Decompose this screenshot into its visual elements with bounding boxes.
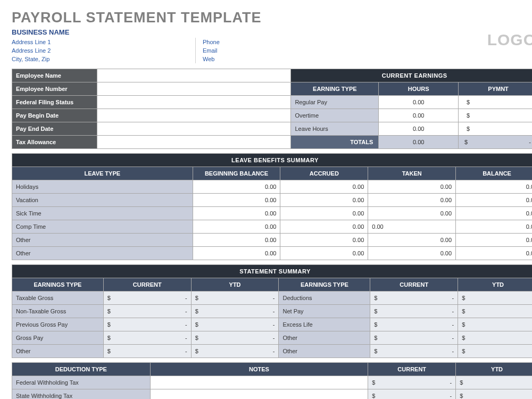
other-r1: Other bbox=[279, 331, 370, 345]
cell[interactable]: $- bbox=[458, 305, 532, 318]
cell[interactable]: 0.0 bbox=[456, 194, 532, 207]
cell[interactable]: 0.00 bbox=[280, 247, 368, 260]
dash: - bbox=[185, 335, 187, 341]
address-line-2: Address Line 2 bbox=[12, 46, 195, 55]
cell[interactable]: 0.00 bbox=[193, 220, 280, 234]
web-label: Web bbox=[203, 55, 220, 63]
cell[interactable]: 0.00 bbox=[193, 180, 280, 194]
filing-status-input[interactable] bbox=[97, 96, 291, 109]
cell[interactable]: 0.0 bbox=[456, 247, 532, 260]
cell[interactable]: 0.00 bbox=[193, 207, 280, 220]
cell[interactable]: $- bbox=[191, 305, 279, 318]
cell[interactable]: 0.00 bbox=[368, 234, 456, 247]
cell[interactable]: 0.0 bbox=[456, 234, 532, 247]
cell[interactable]: 0.0 bbox=[456, 180, 532, 194]
taxable-gross: Taxable Gross bbox=[12, 292, 104, 305]
cell[interactable]: $- bbox=[370, 345, 458, 358]
cell[interactable]: $- bbox=[458, 292, 532, 305]
cell[interactable]: 0.0 bbox=[456, 220, 532, 234]
cell[interactable]: $- bbox=[103, 345, 191, 358]
cell[interactable]: $- bbox=[370, 305, 458, 318]
cell[interactable]: $- bbox=[370, 331, 458, 345]
employee-earnings-table: Employee Name CURRENT EARNINGS Employee … bbox=[12, 69, 532, 149]
cell[interactable]: $- bbox=[370, 292, 458, 305]
dollar-sign: $ bbox=[107, 308, 111, 314]
cell[interactable]: 0.00 bbox=[193, 234, 280, 247]
earning-type-header: EARNING TYPE bbox=[291, 82, 379, 96]
accrued-header: ACCRUED bbox=[280, 167, 368, 180]
cell[interactable]: $- bbox=[103, 318, 191, 331]
table-row: Taxable Gross $- $- Deductions $- $- bbox=[12, 292, 533, 305]
dollar-sign: $ bbox=[460, 393, 463, 399]
cell[interactable]: $- bbox=[456, 389, 532, 400]
cell[interactable]: $- bbox=[191, 292, 279, 305]
cell[interactable]: $- bbox=[458, 345, 532, 358]
notes-cell[interactable] bbox=[150, 389, 368, 400]
leave-hours-val[interactable]: 0.00 bbox=[379, 122, 459, 136]
cell[interactable]: $- bbox=[368, 389, 456, 400]
notes-cell[interactable] bbox=[150, 376, 368, 389]
dollar-sign: $ bbox=[107, 335, 111, 341]
table-row: Other $- $- Other $- $- bbox=[12, 345, 533, 358]
cell[interactable]: 0.00 bbox=[280, 194, 368, 207]
dollar-sign: $ bbox=[374, 335, 377, 341]
table-row: Holidays 0.00 0.00 0.00 0.0 bbox=[12, 180, 533, 194]
dollar-sign: $ bbox=[460, 379, 463, 386]
cell[interactable]: $- bbox=[191, 331, 279, 345]
emp-number-label: Employee Number bbox=[12, 82, 97, 96]
dollar-sign: $ bbox=[372, 393, 375, 399]
cell[interactable]: 0.00 bbox=[193, 194, 280, 207]
cell[interactable]: 0.00 bbox=[368, 207, 456, 220]
ytd-header-l: YTD bbox=[191, 278, 279, 292]
dollar-sign: $ bbox=[374, 321, 377, 328]
balance-header: BALANCE bbox=[456, 167, 532, 180]
dollar-sign: $ bbox=[195, 321, 198, 328]
regular-pay-label: Regular Pay bbox=[291, 96, 379, 109]
cell[interactable]: 0.00 bbox=[280, 207, 368, 220]
cell[interactable]: $- bbox=[456, 376, 532, 389]
cell[interactable]: 0.00 bbox=[368, 247, 456, 260]
earnings-type-header-l: EARNINGS TYPE bbox=[12, 278, 104, 292]
cell[interactable]: 0.00 bbox=[368, 180, 456, 194]
cell[interactable]: 0.00 bbox=[280, 220, 368, 234]
cell[interactable]: $- bbox=[191, 345, 279, 358]
regular-pay-amount[interactable]: $- bbox=[459, 96, 532, 109]
cell[interactable]: $- bbox=[458, 318, 532, 331]
other-l: Other bbox=[12, 345, 104, 358]
cell[interactable]: 0.00 bbox=[193, 247, 280, 260]
taken-header: TAKEN bbox=[368, 167, 456, 180]
overtime-amount[interactable]: $- bbox=[459, 109, 532, 122]
cell[interactable]: $- bbox=[368, 376, 456, 389]
dollar-sign: $ bbox=[195, 308, 198, 314]
tax-allowance-input[interactable] bbox=[97, 136, 291, 149]
dollar-sign: $ bbox=[462, 126, 470, 132]
other-r2: Other bbox=[279, 345, 370, 358]
cell[interactable]: $- bbox=[103, 292, 191, 305]
regular-pay-hours[interactable]: 0.00 bbox=[379, 96, 459, 109]
cell[interactable]: $- bbox=[370, 318, 458, 331]
dollar-sign: $ bbox=[462, 295, 465, 301]
nontaxable-gross: Non-Taxable Gross bbox=[12, 305, 104, 318]
cell[interactable]: $- bbox=[458, 331, 532, 345]
pay-begin-input[interactable] bbox=[97, 109, 291, 122]
cell[interactable]: 0.00 bbox=[280, 180, 368, 194]
dash: - bbox=[185, 348, 187, 354]
emp-name-input[interactable] bbox=[97, 69, 291, 82]
table-row: Other 0.00 0.00 0.00 0.0 bbox=[12, 234, 533, 247]
cell[interactable]: 0.00 bbox=[368, 220, 456, 234]
overtime-hours[interactable]: 0.00 bbox=[379, 109, 459, 122]
cell[interactable]: $- bbox=[103, 305, 191, 318]
cell[interactable]: $- bbox=[191, 318, 279, 331]
hours-header: HOURS bbox=[379, 82, 459, 96]
cell[interactable]: 0.00 bbox=[368, 194, 456, 207]
current-earnings-header: CURRENT EARNINGS bbox=[291, 69, 532, 82]
leave-hours-amount[interactable]: $- bbox=[459, 122, 532, 136]
dollar-sign: $ bbox=[107, 295, 111, 301]
logo-placeholder: LOGO bbox=[487, 31, 532, 49]
cell[interactable]: $- bbox=[103, 331, 191, 345]
cell[interactable]: 0.0 bbox=[456, 207, 532, 220]
pay-end-input[interactable] bbox=[97, 122, 291, 136]
leave-other1: Other bbox=[12, 234, 193, 247]
emp-number-input[interactable] bbox=[97, 82, 291, 96]
cell[interactable]: 0.00 bbox=[280, 234, 368, 247]
